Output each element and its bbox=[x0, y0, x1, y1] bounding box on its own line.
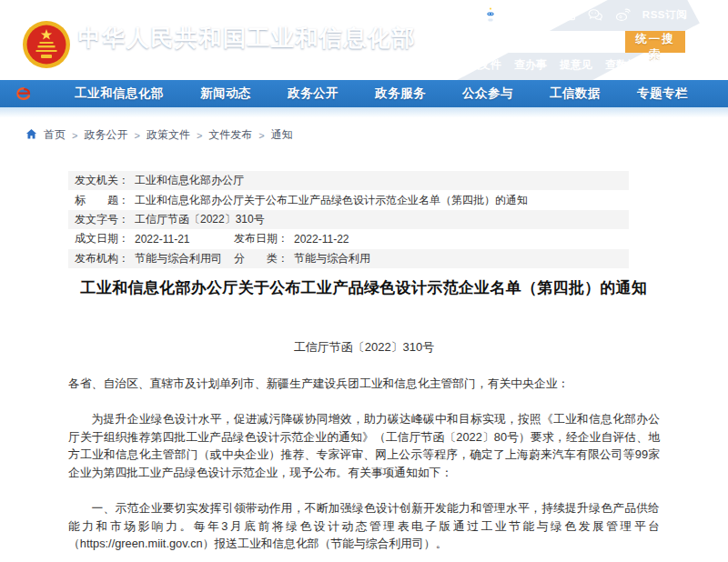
breadcrumb-separator: > bbox=[72, 130, 77, 141]
header-toolbar: RSS订阅 bbox=[483, 6, 687, 23]
meta-value: 2022-11-22 bbox=[294, 233, 349, 246]
document-paragraph: 为提升企业绿色设计水平，促进减污降碳协同增效，助力碳达峰碳中和目标实现，按照《工… bbox=[68, 410, 660, 481]
meta-value: 工业和信息化部办公厅 bbox=[135, 173, 244, 188]
home-icon[interactable] bbox=[25, 128, 37, 143]
accessibility-icon[interactable] bbox=[510, 8, 523, 22]
breadcrumb-policy-files[interactable]: 政策文件 bbox=[147, 127, 190, 143]
breadcrumb-separator: > bbox=[134, 130, 139, 141]
site-subtitle: Ministry of Industry and Information Tec… bbox=[78, 55, 416, 64]
quick-link-suggest[interactable]: 提意见 bbox=[560, 57, 592, 73]
document-paragraph: 一、示范企业要切实发挥引领带动作用，不断加强绿色设计创新开发能力和管理水平，持续… bbox=[68, 499, 660, 553]
meta-label: 成文日期： bbox=[75, 231, 135, 246]
breadcrumb-separator: > bbox=[197, 130, 202, 141]
meta-row-title: 标 题： 工业和信息化部办公厅关于公布工业产品绿色设计示范企业名单（第四批）的通… bbox=[68, 190, 629, 209]
nav-item-public[interactable]: 公众参与 bbox=[462, 85, 513, 102]
nav-item-data[interactable]: 工信数据 bbox=[550, 85, 601, 102]
nav-item-news[interactable]: 新闻动态 bbox=[200, 85, 251, 102]
header-quick-links: 看新闻 找文件 查办事 提意见 查数据 要投诉 bbox=[423, 57, 683, 73]
meta-label: 发布日期： bbox=[234, 231, 294, 246]
document-number: 工信厅节函〔2022〕310号 bbox=[68, 339, 660, 356]
nav-item-gov-services[interactable]: 政务服务 bbox=[375, 85, 426, 102]
search-bar: 统一搜索 bbox=[445, 31, 685, 53]
quick-link-services[interactable]: 查办事 bbox=[514, 57, 547, 73]
meta-value: 工信厅节函〔2022〕310号 bbox=[135, 212, 265, 227]
breadcrumb-gov-open[interactable]: 政务公开 bbox=[84, 127, 127, 143]
quick-link-data[interactable]: 查数据 bbox=[605, 57, 638, 73]
quick-link-news[interactable]: 看新闻 bbox=[423, 57, 456, 73]
rss-subscribe-link[interactable]: RSS订阅 bbox=[642, 8, 687, 22]
main-nav: 工业和信息化部 新闻动态 政务公开 政务服务 公众参与 工信数据 专题专栏 bbox=[0, 80, 728, 107]
miit-e-logo-icon bbox=[15, 85, 33, 102]
meta-label: 分 类： bbox=[234, 251, 294, 266]
meta-label: 发文字号： bbox=[75, 212, 135, 227]
mascot-icon[interactable] bbox=[483, 7, 498, 23]
meta-value: 2022-11-21 bbox=[135, 233, 234, 246]
meta-row-issuing-agency: 发文机关： 工业和信息化部办公厅 bbox=[68, 171, 629, 190]
document-meta-table: 发文机关： 工业和信息化部办公厅 标 题： 工业和信息化部办公厅关于公布工业产品… bbox=[68, 171, 629, 268]
meta-label: 标 题： bbox=[75, 193, 135, 208]
breadcrumb: 首页 > 政务公开 > 政策文件 > 文件发布 > 通知 bbox=[25, 127, 293, 143]
site-title: 中华人民共和国工业和信息化部 bbox=[78, 24, 416, 51]
nav-item-miit[interactable]: 工业和信息化部 bbox=[75, 85, 164, 102]
meta-label: 发文机关： bbox=[75, 173, 135, 188]
meta-row-org: 发布机构： 节能与综合利用司 分 类： 节能与综合利用 bbox=[68, 249, 629, 268]
quick-link-files[interactable]: 找文件 bbox=[469, 57, 501, 73]
site-header: 中华人民共和国工业和信息化部 Ministry of Industry and … bbox=[0, 0, 728, 80]
mail-icon[interactable] bbox=[561, 8, 576, 22]
document-article: 工业和信息化部办公厅关于公布工业产品绿色设计示范企业名单（第四批）的通知 工信厅… bbox=[68, 277, 660, 553]
unified-search-button[interactable]: 统一搜索 bbox=[625, 31, 685, 53]
site-title-block: 中华人民共和国工业和信息化部 Ministry of Industry and … bbox=[78, 24, 416, 64]
document-title: 工业和信息化部办公厅关于公布工业产品绿色设计示范企业名单（第四批）的通知 bbox=[68, 277, 660, 299]
meta-value: 节能与综合利用 bbox=[294, 251, 370, 266]
breadcrumb-file-release[interactable]: 文件发布 bbox=[208, 127, 252, 143]
meta-row-doc-number: 发文字号： 工信厅节函〔2022〕310号 bbox=[68, 210, 629, 229]
nav-item-topics[interactable]: 专题专栏 bbox=[637, 85, 688, 102]
meta-label: 发布机构： bbox=[75, 251, 135, 266]
weibo-icon[interactable] bbox=[615, 8, 631, 22]
page: 中华人民共和国工业和信息化部 Ministry of Industry and … bbox=[0, 0, 728, 562]
meta-value: 工业和信息化部办公厅关于公布工业产品绿色设计示范企业名单（第四批）的通知 bbox=[135, 193, 528, 208]
mobile-icon[interactable] bbox=[535, 8, 549, 22]
document-salutation: 各省、自治区、直辖市及计划单列市、新疆生产建设兵团工业和信息化主管部门，有关中央… bbox=[68, 375, 660, 392]
national-emblem-logo bbox=[22, 20, 71, 69]
search-input[interactable] bbox=[445, 31, 625, 53]
breadcrumb-home[interactable]: 首页 bbox=[44, 127, 66, 143]
nav-item-gov-open[interactable]: 政务公开 bbox=[288, 85, 339, 102]
wechat-icon[interactable] bbox=[588, 8, 603, 22]
quick-link-complaint[interactable]: 要投诉 bbox=[651, 57, 683, 73]
breadcrumb-notice[interactable]: 通知 bbox=[271, 127, 293, 143]
nav-items: 工业和信息化部 新闻动态 政务公开 政务服务 公众参与 工信数据 专题专栏 bbox=[75, 85, 688, 102]
meta-row-dates: 成文日期： 2022-11-21 发布日期： 2022-11-22 bbox=[68, 229, 629, 248]
breadcrumb-separator: > bbox=[258, 130, 264, 141]
meta-value: 节能与综合利用司 bbox=[135, 251, 234, 266]
nav-bottom-strip bbox=[0, 107, 728, 117]
